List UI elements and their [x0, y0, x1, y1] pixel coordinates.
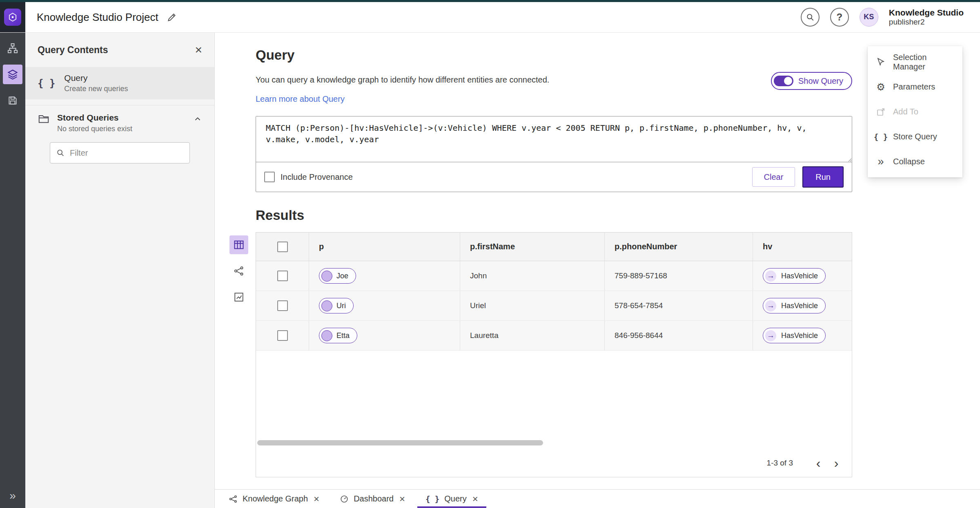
save-icon[interactable]: [3, 91, 22, 110]
table-row: Etta Lauretta 846-956-8644 → HasVehicle: [256, 321, 852, 351]
edge-pill[interactable]: → HasVehicle: [763, 328, 826, 343]
left-icon-rail: »: [0, 33, 25, 508]
filter-input[interactable]: [70, 148, 184, 158]
query-description: You can query a knowledge graph to ident…: [256, 75, 852, 85]
edge-pill[interactable]: → HasVehicle: [763, 268, 826, 284]
selection-manager-icon: [875, 57, 886, 67]
user-name: publisher2: [889, 18, 964, 27]
node-label: Etta: [336, 331, 350, 340]
show-query-toggle[interactable]: Show Query: [771, 72, 852, 90]
query-editor-box: MATCH (p:Person)-[hv:HasVehicle]->(v:Veh…: [256, 116, 852, 192]
pagination-bar: 1-3 of 3 ‹ ›: [256, 449, 852, 477]
menu-item-label: Parameters: [893, 82, 935, 92]
node-label: Joe: [336, 272, 348, 280]
column-header-phonenumber[interactable]: p.phoneNumber: [605, 233, 753, 261]
run-button[interactable]: Run: [802, 166, 844, 188]
filter-box: [50, 142, 190, 163]
braces-icon: { }: [38, 78, 55, 89]
chart-view-icon[interactable]: [229, 288, 248, 307]
edge-label: HasVehicle: [781, 331, 818, 340]
gear-icon: ⚙: [875, 82, 886, 92]
menu-item-parameters[interactable]: ⚙ Parameters: [868, 74, 962, 99]
query-item-label: Query: [64, 73, 128, 83]
panel-title: Query Contents: [38, 45, 195, 56]
sidebar-item-query[interactable]: { } Query Create new queries: [25, 67, 214, 99]
tab-dashboard[interactable]: Dashboard ×: [332, 490, 413, 508]
menu-item-collapse[interactable]: » Collapse: [868, 149, 962, 174]
menu-item-add-to: Add To: [868, 99, 962, 124]
clear-button[interactable]: Clear: [752, 167, 795, 187]
column-header-firstname[interactable]: p.firstName: [460, 233, 605, 261]
results-view-switcher: [229, 232, 256, 477]
tab-label: Query: [444, 494, 466, 504]
column-header-p[interactable]: p: [309, 233, 460, 261]
braces-icon: { }: [425, 495, 439, 504]
hierarchy-icon[interactable]: [3, 38, 22, 58]
node-circle-icon: [321, 300, 332, 311]
graph-view-icon[interactable]: [229, 262, 248, 280]
query-actions-menu: Selection Manager ⚙ Parameters Add To { …: [868, 46, 962, 177]
row-checkbox[interactable]: [277, 300, 288, 311]
learn-more-link[interactable]: Learn more about Query: [256, 94, 345, 104]
include-provenance-checkbox[interactable]: [264, 172, 275, 182]
tab-label: Knowledge Graph: [243, 494, 308, 504]
cell-firstname: Lauretta: [470, 331, 499, 340]
header-right: ? KS Knowledge Studio publisher2: [801, 7, 980, 27]
app-logo-icon[interactable]: [4, 9, 21, 26]
search-icon: [56, 148, 65, 157]
chevron-up-icon[interactable]: [193, 113, 202, 123]
previous-page-icon[interactable]: ‹: [809, 454, 827, 472]
select-all-checkbox[interactable]: [277, 242, 288, 252]
bottom-tab-bar: Knowledge Graph × Dashboard × { } Query …: [215, 489, 980, 508]
rail-expand-icon[interactable]: »: [9, 489, 16, 502]
tab-query[interactable]: { } Query ×: [417, 490, 486, 508]
menu-item-store-query[interactable]: { } Store Query: [868, 124, 962, 149]
user-block[interactable]: Knowledge Studio publisher2: [889, 7, 964, 27]
braces-icon: { }: [875, 132, 886, 141]
help-button[interactable]: ?: [830, 8, 849, 27]
close-tab-icon[interactable]: ×: [399, 494, 405, 504]
cell-firstname: Uriel: [470, 301, 486, 310]
question-mark-icon: ?: [837, 11, 843, 23]
close-tab-icon[interactable]: ×: [472, 494, 478, 504]
edge-pill[interactable]: → HasVehicle: [763, 298, 826, 313]
scrollbar-thumb[interactable]: [257, 440, 543, 445]
menu-item-label: Store Query: [893, 132, 937, 141]
query-input[interactable]: MATCH (p:Person)-[hv:HasVehicle]->(v:Veh…: [256, 116, 852, 162]
layers-icon[interactable]: [3, 65, 22, 84]
stored-queries-label: Stored Queries: [57, 113, 132, 123]
page-title: Query: [256, 47, 852, 63]
node-pill[interactable]: Etta: [319, 328, 357, 343]
close-tab-icon[interactable]: ×: [314, 494, 319, 504]
node-circle-icon: [321, 330, 332, 341]
node-pill[interactable]: Uri: [319, 298, 354, 313]
menu-item-selection-manager[interactable]: Selection Manager: [868, 49, 962, 74]
table-row: Uri Uriel 578-654-7854 → HasVehicle: [256, 291, 852, 321]
edge-label: HasVehicle: [781, 272, 818, 280]
next-page-icon[interactable]: ›: [827, 454, 845, 472]
node-pill[interactable]: Joe: [319, 268, 356, 284]
project-title: Knowledge Studio Project: [37, 11, 158, 24]
table-view-icon[interactable]: [229, 235, 248, 254]
column-header-hv[interactable]: hv: [753, 233, 852, 261]
row-checkbox[interactable]: [277, 271, 288, 281]
edge-label: HasVehicle: [781, 302, 818, 310]
horizontal-scrollbar[interactable]: [257, 440, 851, 446]
node-circle-icon: [321, 271, 332, 282]
logo-block: [0, 2, 25, 32]
cell-firstname: John: [470, 271, 487, 280]
search-button[interactable]: [801, 8, 820, 27]
menu-item-label: Collapse: [893, 157, 925, 166]
query-item-description: Create new queries: [64, 85, 128, 93]
query-contents-panel: Query Contents × { } Query Create new qu…: [25, 33, 215, 508]
arrow-right-icon: →: [765, 330, 776, 341]
main-area: Query You can query a knowledge graph to…: [215, 33, 980, 489]
avatar[interactable]: KS: [860, 8, 878, 27]
tab-knowledge-graph[interactable]: Knowledge Graph ×: [220, 490, 327, 508]
row-checkbox[interactable]: [277, 330, 288, 341]
include-provenance-label: Include Provenance: [281, 172, 353, 182]
close-panel-icon[interactable]: ×: [195, 44, 202, 56]
show-query-label: Show Query: [798, 76, 843, 86]
edit-title-icon[interactable]: [167, 12, 177, 22]
cell-phonenumber: 759-889-57168: [615, 271, 667, 280]
